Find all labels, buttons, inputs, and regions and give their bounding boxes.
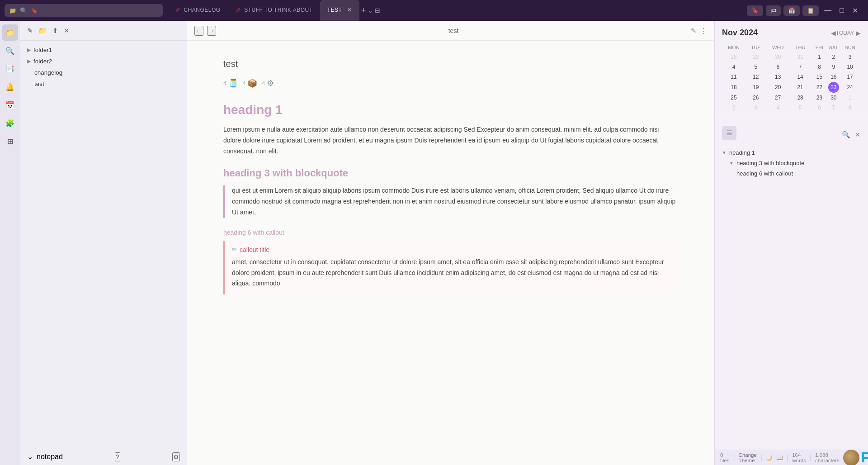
calendar-day[interactable]: 28 bbox=[722, 52, 745, 62]
rail-notes-button[interactable]: 📑 bbox=[2, 61, 18, 77]
calendar-day[interactable]: 23 bbox=[828, 82, 840, 93]
grid-button[interactable]: 📋 bbox=[802, 5, 819, 16]
calendar-day[interactable]: 20 bbox=[766, 82, 790, 93]
rail-search-button[interactable]: 🔍 bbox=[2, 43, 18, 59]
calendar-day[interactable]: 24 bbox=[839, 82, 861, 93]
calendar-day[interactable]: 6 bbox=[811, 103, 828, 113]
calendar-day[interactable]: 21 bbox=[790, 82, 811, 93]
calendar-day[interactable]: 18 bbox=[722, 82, 745, 93]
calendar-day[interactable]: 10 bbox=[839, 62, 861, 72]
calendar-day[interactable]: 31 bbox=[790, 52, 811, 62]
tab-close-icon[interactable]: ✕ bbox=[347, 7, 352, 13]
tree-item-folder2[interactable]: ▶ folder2 bbox=[20, 56, 187, 67]
titlebar-right: 🔖 🏷 📅 📋 — □ ✕ bbox=[769, 5, 868, 16]
calendar-week-row: 2526272829301 bbox=[722, 93, 861, 103]
calendar-day[interactable]: 8 bbox=[839, 103, 861, 113]
calendar-day[interactable]: 19 bbox=[745, 82, 766, 93]
help-button[interactable]: ? bbox=[115, 452, 120, 461]
tab-stuff[interactable]: 📌 STUFF TO THINK ABOUT bbox=[228, 0, 320, 21]
calendar-day[interactable]: 2 bbox=[828, 52, 840, 62]
calendar-day[interactable]: 25 bbox=[722, 93, 745, 103]
settings-button[interactable]: ⚙ bbox=[172, 452, 180, 461]
toc-list-icon[interactable]: ☰ bbox=[722, 126, 736, 140]
maximize-button[interactable]: □ bbox=[837, 5, 847, 15]
calendar-day[interactable]: 12 bbox=[745, 72, 766, 82]
calendar-day[interactable]: 4 bbox=[722, 62, 745, 72]
tag-button[interactable]: 🏷 bbox=[766, 5, 781, 16]
search-box[interactable]: 📁 🔍 🔖 bbox=[5, 4, 163, 17]
toc-item-heading6[interactable]: heading 6 with callout bbox=[722, 168, 861, 179]
forward-button[interactable]: → bbox=[207, 26, 216, 36]
calendar-day[interactable]: 26 bbox=[745, 93, 766, 103]
calendar-section: Nov 2024 ◀ TODAY ▶ MON TUE WED THU FRI S… bbox=[715, 21, 868, 120]
cal-prev-button[interactable]: ◀ bbox=[831, 29, 836, 37]
calendar-day[interactable]: 5 bbox=[745, 62, 766, 72]
toc-search-icon[interactable]: 🔍 bbox=[842, 131, 850, 139]
heading-3: heading 3 with blockquote bbox=[223, 167, 678, 179]
close-window-button[interactable]: ✕ bbox=[849, 5, 861, 16]
more-options-icon[interactable]: ⋮ bbox=[700, 27, 707, 35]
calendar-day[interactable]: 2 bbox=[722, 103, 745, 113]
calendar-day[interactable]: 7 bbox=[828, 103, 840, 113]
rail-grid-button[interactable]: ⊞ bbox=[2, 133, 18, 149]
tree-item-changelog[interactable]: changelog bbox=[20, 67, 187, 78]
titlebar: 📁 🔍 🔖 📌 CHANGELOG 📌 STUFF TO THINK ABOUT… bbox=[0, 0, 868, 21]
back-button[interactable]: ← bbox=[194, 26, 203, 36]
new-folder-button[interactable]: 📁 bbox=[38, 27, 47, 35]
calendar-day[interactable]: 5 bbox=[790, 103, 811, 113]
calendar-day[interactable]: 14 bbox=[790, 72, 811, 82]
toc-item-heading1[interactable]: ▼ heading 1 bbox=[722, 147, 861, 158]
calendar-day[interactable]: 30 bbox=[766, 52, 790, 62]
calendar-day[interactable]: 30 bbox=[828, 93, 840, 103]
calendar-day[interactable]: 11 bbox=[722, 72, 745, 82]
toc-close-icon[interactable]: ✕ bbox=[855, 131, 861, 139]
calendar-day[interactable]: 28 bbox=[790, 93, 811, 103]
cal-today-button[interactable]: TODAY bbox=[836, 30, 854, 36]
calendar-day[interactable]: 29 bbox=[745, 52, 766, 62]
right-panel: Nov 2024 ◀ TODAY ▶ MON TUE WED THU FRI S… bbox=[714, 21, 868, 465]
calendar-day[interactable]: 17 bbox=[839, 72, 861, 82]
calendar-day[interactable]: 1 bbox=[811, 52, 828, 62]
callout-title: ✏ callout title bbox=[232, 246, 671, 253]
calendar-day[interactable]: 16 bbox=[828, 72, 840, 82]
calendar-day[interactable]: 27 bbox=[766, 93, 790, 103]
editor-content[interactable]: test 4 🫙 4 📦 4 ⚙ heading 1 Lorem ipsum e… bbox=[187, 41, 714, 465]
tree-item-test[interactable]: test bbox=[20, 78, 187, 90]
calendar-day[interactable]: 3 bbox=[839, 52, 861, 62]
book-icon: 📖 bbox=[776, 455, 783, 461]
calendar-button[interactable]: 📅 bbox=[783, 5, 800, 16]
calendar-day[interactable]: 4 bbox=[766, 103, 790, 113]
toc-item-heading3[interactable]: ▼ heading 3 with blockquote bbox=[722, 158, 861, 168]
calendar-day[interactable]: 15 bbox=[811, 72, 828, 82]
edit-mode-icon[interactable]: ✎ bbox=[691, 27, 697, 35]
calendar-day[interactable]: 13 bbox=[766, 72, 790, 82]
new-file-button[interactable]: ✎ bbox=[27, 27, 33, 35]
cal-next-button[interactable]: ▶ bbox=[856, 29, 861, 37]
sort-button[interactable]: ⬆ bbox=[52, 27, 58, 35]
editor-topbar: ← → test ✎ ⋮ bbox=[187, 21, 714, 41]
calendar-day[interactable]: 7 bbox=[790, 62, 811, 72]
tab-changelog[interactable]: 📌 CHANGELOG bbox=[167, 0, 228, 21]
change-theme-button[interactable]: Change Theme bbox=[739, 452, 757, 463]
calendar-day[interactable]: 29 bbox=[811, 93, 828, 103]
tab-test[interactable]: TEST ✕ bbox=[320, 0, 359, 21]
calendar-week-row: 18192021222324 bbox=[722, 82, 861, 93]
layout-toggle-button[interactable]: ⊟ bbox=[375, 7, 380, 14]
rail-git-button[interactable]: 🧩 bbox=[2, 115, 18, 131]
close-sidebar-button[interactable]: ✕ bbox=[64, 27, 70, 35]
tree-item-folder1[interactable]: ▶ folder1 bbox=[20, 44, 187, 56]
calendar-day[interactable]: 9 bbox=[828, 62, 840, 72]
calendar-day[interactable]: 3 bbox=[745, 103, 766, 113]
rail-calendar-button[interactable]: 📅 bbox=[2, 97, 18, 113]
more-tabs-button[interactable]: ⌄ bbox=[368, 7, 373, 14]
add-tab-button[interactable]: + bbox=[361, 6, 366, 15]
minimize-button[interactable]: — bbox=[821, 5, 834, 15]
ribbon-toggle-button[interactable]: 🔖 bbox=[747, 5, 763, 16]
calendar-day[interactable]: 22 bbox=[811, 82, 828, 93]
calendar-day[interactable]: 6 bbox=[766, 62, 790, 72]
rail-files-button[interactable]: 📁 bbox=[2, 24, 18, 41]
calendar-day[interactable]: 8 bbox=[811, 62, 828, 72]
calendar-day[interactable]: 1 bbox=[839, 93, 861, 103]
rail-alerts-button[interactable]: 🔔 bbox=[2, 79, 18, 95]
pin-icon: 📌 bbox=[175, 8, 180, 13]
